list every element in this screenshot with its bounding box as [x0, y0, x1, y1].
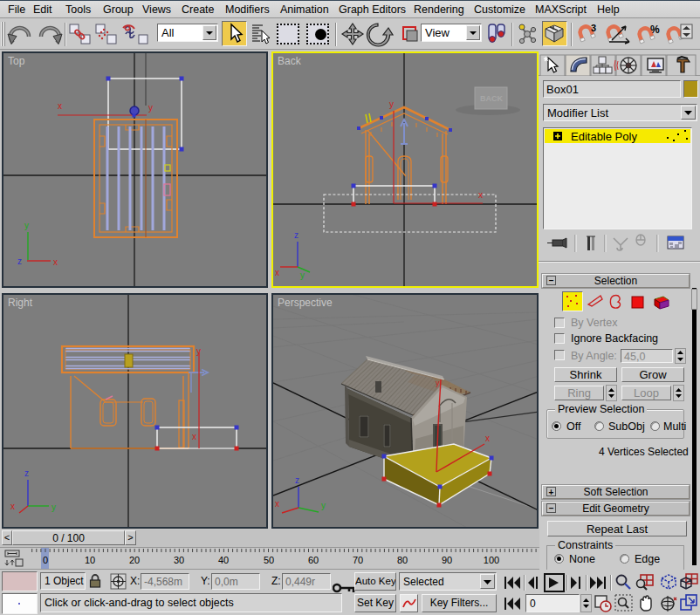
- svg-text:z: z: [24, 468, 29, 478]
- svg-text:x: x: [275, 268, 279, 277]
- svg-text:0: 0: [43, 555, 48, 565]
- svg-text:60: 60: [308, 555, 319, 565]
- svg-text:30: 30: [174, 555, 184, 565]
- svg-text:x: x: [485, 434, 490, 443]
- svg-text:z: z: [294, 230, 299, 240]
- svg-text:x: x: [478, 190, 483, 200]
- svg-text:x: x: [275, 499, 279, 509]
- svg-text:70: 70: [353, 555, 363, 565]
- svg-text:y: y: [300, 270, 305, 280]
- svg-text:80: 80: [397, 555, 408, 565]
- svg-text:3: 3: [591, 23, 596, 33]
- svg-text:50: 50: [264, 555, 274, 565]
- svg-text:20: 20: [129, 555, 140, 565]
- svg-text:x: x: [192, 432, 196, 441]
- svg-text:y: y: [321, 501, 326, 510]
- svg-text:y: y: [196, 346, 201, 356]
- svg-text:90: 90: [442, 555, 452, 565]
- svg-text:y: y: [24, 221, 29, 230]
- svg-text:40: 40: [218, 555, 229, 565]
- svg-text:x: x: [53, 257, 58, 267]
- svg-text:BACK: BACK: [480, 94, 503, 103]
- svg-text:y: y: [148, 103, 153, 113]
- svg-text:y: y: [51, 502, 56, 512]
- svg-text:x: x: [10, 502, 15, 511]
- svg-text:%: %: [650, 24, 660, 36]
- svg-text:y: y: [436, 379, 440, 387]
- svg-text:x: x: [58, 101, 62, 111]
- svg-text:10: 10: [85, 555, 95, 565]
- svg-text:100: 100: [484, 555, 499, 565]
- svg-text:y: y: [389, 99, 394, 109]
- svg-text:z: z: [17, 256, 22, 266]
- svg-text:z: z: [295, 475, 299, 485]
